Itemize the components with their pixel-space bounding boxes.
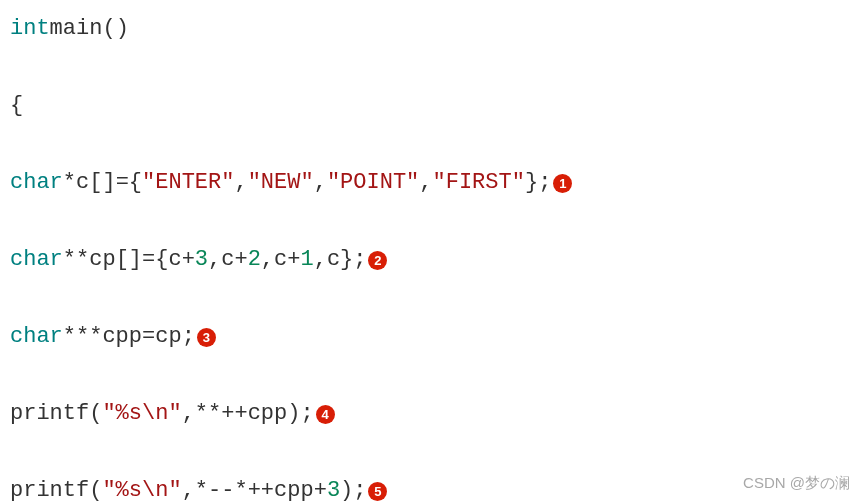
op-increment: ++ [221,395,247,434]
brace-open: { [155,241,168,280]
ident-c: c [274,241,287,280]
ident-c: c [327,241,340,280]
bracket-close: ] [102,164,115,203]
brace-open: { [10,87,23,126]
brace-open: { [129,164,142,203]
semicolon: ; [353,241,366,280]
code-line: { [10,87,850,126]
annotation-badge-5: 5 [368,482,387,501]
op-star: * [76,241,89,280]
paren-close: ) [116,10,129,49]
op-star: * [76,318,89,357]
fn-printf: printf [10,395,89,434]
annotation-badge-2: 2 [368,251,387,270]
op-star: * [195,472,208,502]
op-plus: + [234,241,247,280]
keyword-char: char [10,164,63,203]
semicolon: ; [538,164,551,203]
string-enter: "ENTER" [142,164,234,203]
code-line: printf("%s\n", **++cpp);4 [10,395,850,434]
ident-c: c [76,164,89,203]
code-line: printf("%s\n", *--*++cpp+3);5 [10,472,850,502]
semicolon: ; [353,472,366,502]
op-star: * [63,318,76,357]
code-line: int main() [10,10,850,49]
keyword-char: char [10,241,63,280]
op-eq: = [116,164,129,203]
annotation-badge-3: 3 [197,328,216,347]
comma: , [314,241,327,280]
code-line: char***cpp = cp;3 [10,318,850,357]
keyword-char: char [10,318,63,357]
keyword-int: int [10,10,50,49]
comma: , [234,164,247,203]
ident-cp: cp [155,318,181,357]
brace-close: } [340,241,353,280]
comma: , [419,164,432,203]
bracket-open: [ [116,241,129,280]
semicolon: ; [182,318,195,357]
ident-cp: cp [89,241,115,280]
string-format: "%s\n" [102,395,181,434]
op-star: * [234,472,247,502]
comma: , [314,164,327,203]
op-plus: + [314,472,327,502]
ident-cpp: cpp [102,318,142,357]
ident-c: c [168,241,181,280]
op-eq: = [142,241,155,280]
annotation-badge-4: 4 [316,405,335,424]
string-point: "POINT" [327,164,419,203]
watermark: CSDN @梦の澜 [743,470,850,496]
num-2: 2 [248,241,261,280]
num-1: 1 [300,241,313,280]
op-plus: + [182,241,195,280]
ident-c: c [221,241,234,280]
code-line: char *c[] = {"ENTER","NEW","POINT","FIRS… [10,164,850,203]
comma: , [182,472,195,502]
op-decrement: -- [208,472,234,502]
code-line: char**cp[] = {c+3,c+2,c+1,c};2 [10,241,850,280]
string-new: "NEW" [248,164,314,203]
op-star: * [195,395,208,434]
bracket-open: [ [89,164,102,203]
ident-cpp: cpp [274,472,314,502]
op-star: * [63,164,76,203]
paren-open: ( [89,472,102,502]
op-eq: = [142,318,155,357]
comma: , [208,241,221,280]
num-3: 3 [195,241,208,280]
semicolon: ; [300,395,313,434]
fn-main: main [50,10,103,49]
op-increment: ++ [248,472,274,502]
paren-open: ( [89,395,102,434]
comma: , [261,241,274,280]
num-3: 3 [327,472,340,502]
paren-close: ) [287,395,300,434]
comma: , [182,395,195,434]
string-first: "FIRST" [433,164,525,203]
fn-printf: printf [10,472,89,502]
brace-close: } [525,164,538,203]
bracket-close: ] [129,241,142,280]
op-star: * [63,241,76,280]
ident-cpp: cpp [248,395,288,434]
op-star: * [89,318,102,357]
paren-open: ( [102,10,115,49]
op-star: * [208,395,221,434]
annotation-badge-1: 1 [553,174,572,193]
op-plus: + [287,241,300,280]
paren-close: ) [340,472,353,502]
code-block: int main() { char *c[] = {"ENTER","NEW",… [10,10,850,502]
string-format: "%s\n" [102,472,181,502]
